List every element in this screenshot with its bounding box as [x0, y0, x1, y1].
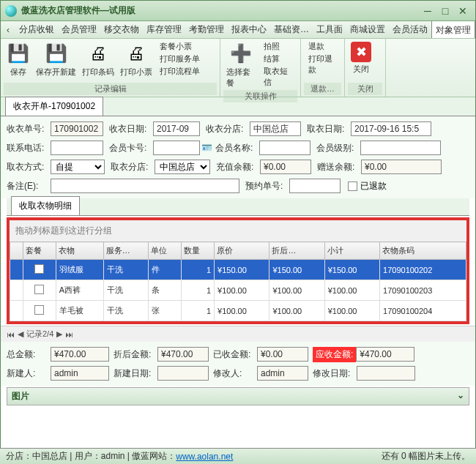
order-no-label: 收衣单号: — [7, 123, 51, 135]
menu-stock[interactable]: 库存管理 — [143, 21, 185, 39]
row-checkbox[interactable] — [34, 285, 44, 294]
ribbon-group-related-caption: 关联操作 — [223, 90, 297, 102]
col-header[interactable]: 单位 — [149, 242, 182, 260]
row-checkbox[interactable] — [34, 305, 44, 315]
pickbranch-label: 取衣分店: — [111, 161, 155, 173]
pickbranch-select[interactable]: 中国总店 — [155, 160, 210, 174]
print-barcode-button[interactable]: 🖨打印条码 — [79, 40, 117, 79]
branch-input[interactable] — [250, 121, 301, 136]
close-button[interactable]: ✖关闭 — [348, 40, 374, 76]
maximize-button[interactable]: □ — [437, 4, 453, 18]
detail-tab[interactable]: 收取衣物明细 — [11, 196, 80, 215]
col-header[interactable]: 衣物 — [56, 242, 103, 260]
level-input[interactable] — [360, 141, 441, 155]
pager-last-icon[interactable]: ⏭ — [65, 330, 73, 339]
table-cell: ¥150.00 — [215, 260, 269, 280]
refunded-checkbox[interactable] — [348, 182, 357, 191]
plus-icon: ➕ — [229, 42, 253, 65]
due-label: 应收金额: — [313, 347, 356, 362]
modifydate-input — [357, 366, 415, 381]
reserve-input[interactable] — [289, 179, 341, 193]
menu-cashier[interactable]: 分店收银 — [15, 21, 58, 39]
close-icon: ✖ — [351, 42, 371, 62]
member-input[interactable] — [259, 141, 310, 155]
table-cell — [23, 280, 56, 301]
menu-basic[interactable]: 基础资… — [270, 21, 313, 39]
website-link[interactable]: www.aolan.net — [176, 452, 233, 462]
pager-prev-icon[interactable]: ◀ — [18, 329, 23, 339]
status-right: 还有 0 幅图片未上传。 — [382, 450, 470, 463]
table-cell: 干洗 — [103, 301, 149, 321]
refund-button[interactable]: 退款 — [308, 40, 337, 53]
table-cell: 1 — [182, 301, 215, 321]
col-header[interactable]: 原价 — [215, 242, 269, 260]
menu-attendance[interactable]: 考勤管理 — [185, 21, 228, 39]
menu-transfer[interactable]: 移交衣物 — [100, 21, 143, 39]
modifydate-label: 修改日期: — [313, 367, 357, 380]
table-cell: 干洗 — [103, 260, 149, 280]
collapse-icon[interactable]: ⌄ — [457, 390, 464, 403]
card-input[interactable] — [153, 141, 200, 155]
print-receipt-button[interactable]: 🖨打印小票 — [117, 40, 155, 79]
save-button[interactable]: 💾保存 — [4, 40, 33, 79]
table-row[interactable]: 羊毛被干洗张1¥100.00¥100.00¥100.0017090100204 — [10, 301, 466, 321]
col-header[interactable] — [10, 242, 23, 260]
row-checkbox[interactable] — [34, 264, 44, 274]
menu-mall[interactable]: 商城设置 — [346, 21, 389, 39]
table-cell: 羽绒服 — [56, 260, 103, 280]
gift-label: 赠送余额: — [317, 161, 361, 173]
order-no-input[interactable] — [51, 121, 103, 136]
picture-panel: 图片⌄ — [7, 387, 469, 405]
pick-date-input[interactable] — [351, 121, 431, 136]
minimize-button[interactable]: ─ — [420, 4, 436, 18]
pager-first-icon[interactable]: ⏮ — [7, 330, 15, 339]
menu-activity[interactable]: 会员活动 — [389, 21, 431, 39]
col-header[interactable]: 衣物条码 — [380, 242, 466, 260]
sms-button[interactable]: 取衣短信 — [264, 65, 294, 89]
print-refund-button[interactable]: 打印退款 — [308, 53, 337, 76]
detail-tabs: 收取衣物明细 — [7, 198, 469, 216]
col-header[interactable]: 小计 — [324, 242, 379, 260]
due-input — [356, 347, 414, 362]
close-window-button[interactable]: ✕ — [455, 4, 471, 18]
pickway-select[interactable]: 自提 — [51, 160, 105, 174]
save-new-button[interactable]: 💾保存开新建 — [33, 40, 79, 79]
date-input[interactable] — [153, 121, 200, 136]
printer-icon: 🖨 — [86, 42, 110, 65]
status-bar: 分店：中国总店 | 用户：admin | 傲蓝网站： www.aolan.net… — [0, 448, 476, 464]
col-header[interactable]: 套餐 — [23, 242, 56, 260]
col-header[interactable]: 服务… — [103, 242, 149, 260]
menu-member[interactable]: 会员管理 — [58, 21, 100, 39]
print-combo-button[interactable]: 套餐小票 — [160, 40, 200, 53]
balance-label: 充值余额: — [216, 161, 260, 173]
menu-object[interactable]: 对象管理 — [431, 21, 475, 39]
col-header[interactable]: 数量 — [182, 242, 215, 260]
menu-reports[interactable]: 报表中心 — [228, 21, 270, 39]
phone-input[interactable] — [51, 141, 103, 155]
pager-next-icon[interactable]: ▶ — [56, 329, 62, 339]
col-header[interactable]: 折后… — [269, 242, 324, 260]
table-row[interactable]: A西裤干洗条1¥100.00¥100.00¥100.0017090100203 — [10, 280, 466, 301]
table-row[interactable]: 羽绒服干洗件1¥150.00¥150.00¥150.0017090100202 — [10, 260, 466, 280]
table-cell: 17090100202 — [380, 260, 466, 280]
pickway-label: 取衣方式: — [7, 161, 51, 173]
pager-text: 记录2/4 — [26, 329, 53, 340]
menu-scroll-left-icon[interactable]: ‹ — [1, 23, 15, 37]
createdate-input — [157, 366, 209, 381]
menu-bar: ‹ 分店收银 会员管理 移交衣物 库存管理 考勤管理 报表中心 基础资… 工具面… — [1, 21, 475, 39]
menu-tools[interactable]: 工具面 — [313, 21, 346, 39]
print-service-button[interactable]: 打印服务单 — [160, 53, 200, 65]
createdate-label: 新建日期: — [114, 367, 157, 380]
remark-input[interactable] — [51, 179, 239, 193]
doc-tab[interactable]: 收衣开单-170901002 — [5, 97, 103, 116]
settle-button[interactable]: 结算 — [264, 53, 294, 65]
print-flow-button[interactable]: 打印流程单 — [160, 65, 200, 78]
table-cell: ¥100.00 — [324, 280, 379, 301]
table-cell: 1 — [182, 260, 215, 280]
select-combo-button[interactable]: ➕选择套餐 — [223, 40, 259, 90]
photo-button[interactable]: 拍照 — [264, 40, 294, 53]
save-icon: 💾 — [7, 42, 30, 65]
table-cell: 17090100204 — [380, 301, 466, 321]
creator-input — [51, 366, 109, 381]
card-lookup-icon[interactable]: 🪪 — [201, 143, 212, 153]
